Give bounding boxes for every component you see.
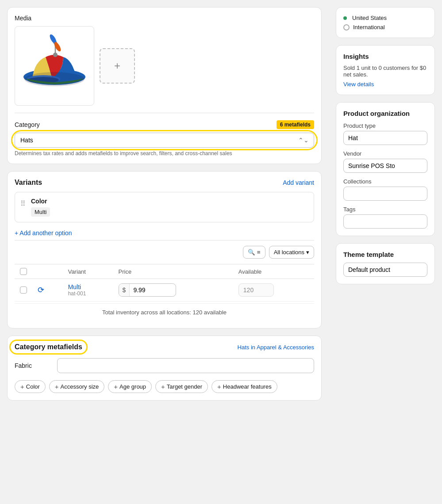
sales-channels-radio-group: United States International [343,15,427,31]
variant-edit-icon[interactable]: ⟳ [38,286,44,294]
variant-tag: Multi [31,207,50,217]
fabric-input[interactable] [57,358,314,373]
drag-handle-icon[interactable]: ⠿ [20,199,26,208]
inventory-summary: Total inventory across all locations: 12… [15,303,314,321]
locations-dropdown[interactable]: All locations ▾ [269,246,314,259]
media-image[interactable] [15,26,94,106]
tags-input[interactable] [343,214,427,229]
plus-icon: + [161,383,165,390]
product-organization-section: Product organization Product type Vendor… [336,102,435,236]
vendor-input[interactable] [343,159,427,173]
metafields-title: Category metafields [15,343,82,351]
available-header: Available [233,264,314,279]
metafield-tags-row: + Color + Accessory size + Age group + T… [15,380,314,393]
category-metafields-card: Category metafields Hats in Apparel & Ac… [7,336,322,401]
variant-header: Variant [63,264,113,279]
plus-icon: + [114,383,118,390]
fabric-row: Fabric [15,358,314,373]
sales-channel-intl[interactable]: International [343,24,427,31]
svg-point-4 [53,53,58,57]
icon-header [32,264,63,279]
insights-section: Insights Sold 1 unit to 0 customers for … [336,45,435,95]
sales-channel-us[interactable]: United States [343,15,427,21]
radio-empty-icon [343,24,350,31]
metafields-breadcrumb: Hats in Apparel & Accessories [238,344,314,351]
search-filter-button[interactable]: 🔍 ≡ [243,246,265,259]
table-row: ⟳ Multi hat-001 $ [15,279,314,302]
status-dot-us [343,16,347,20]
media-section: + [15,26,314,106]
price-header: Price [113,264,233,279]
row-checkbox[interactable] [20,286,27,294]
category-hint: Determines tax rates and adds metafields… [15,150,314,157]
theme-template-select[interactable]: Default product [343,263,427,277]
variant-sku: hat-001 [68,290,108,297]
tags-label: Tags [343,206,427,213]
add-another-option-button[interactable]: + Add another option [15,228,72,238]
add-accessory-size-tag[interactable]: + Accessory size [49,380,104,393]
insights-title: Insights [343,53,427,60]
variant-option-row: ⠿ Color Multi [15,192,314,222]
vendor-label: Vendor [343,150,427,157]
insights-text: Sold 1 unit to 0 customers for $0 net sa… [343,65,427,78]
variants-title: Variants [15,179,42,187]
variants-card: Variants Add variant ⠿ Color Multi + Add… [7,171,322,328]
add-color-tag[interactable]: + Color [15,380,46,393]
checkbox-header [15,264,32,279]
media-label: Media [15,15,314,22]
plus-icon: + [55,383,59,390]
media-add-button[interactable]: + [100,48,135,84]
variant-name[interactable]: Multi [68,283,108,290]
theme-template-section: Theme template Default product [336,243,435,284]
add-age-group-tag[interactable]: + Age group [108,380,152,393]
breadcrumb-text: in Apparel & Accessories [251,344,314,351]
product-type-input[interactable] [343,131,427,145]
plus-icon: + [20,383,24,390]
collections-label: Collections [343,178,427,185]
product-organization-title: Product organization [343,110,427,117]
theme-template-title: Theme template [343,251,427,258]
add-headwear-features-tag[interactable]: + Headwear features [211,380,277,393]
filter-icon: ≡ [257,249,261,256]
variant-option-name: Color [31,198,308,205]
add-variant-button[interactable]: Add variant [283,179,314,186]
view-details-link[interactable]: View details [343,81,374,88]
category-select[interactable]: Hats [15,133,314,148]
collections-input[interactable] [343,187,427,201]
sales-channels-section: United States International [336,7,435,38]
price-input[interactable] [130,284,165,296]
fabric-label: Fabric [15,362,50,369]
price-input-wrapper: $ [119,283,176,297]
add-target-gender-tag[interactable]: + Target gender [155,380,208,393]
select-all-checkbox[interactable] [20,268,27,275]
plus-icon: + [217,383,221,390]
category-label: Category [15,121,40,128]
variants-table: Variant Price Available ⟳ [15,264,314,302]
available-input[interactable] [238,283,274,297]
breadcrumb-link[interactable]: Hats [238,344,250,351]
product-type-label: Product type [343,122,427,129]
metafields-badge: 6 metafields [277,120,314,129]
search-icon: 🔍 [248,249,255,256]
us-channel-label: United States [352,15,387,21]
chevron-down-icon: ▾ [306,249,309,256]
intl-channel-label: International [353,24,385,31]
currency-symbol: $ [119,284,130,296]
